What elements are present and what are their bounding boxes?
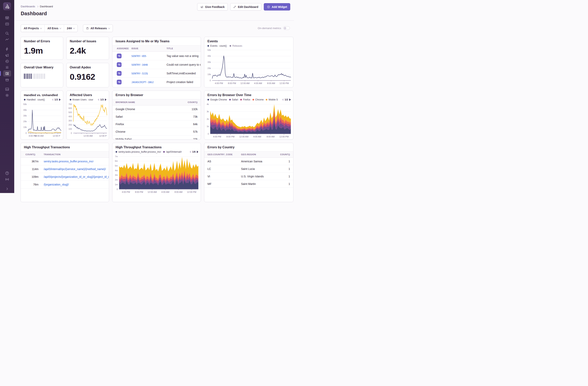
legend-item[interactable]: Releases bbox=[230, 45, 242, 47]
active-indicator bbox=[0, 71, 1, 76]
widget-errors-by-browser: Errors by Browser BROWSER.NAME COUNT() G… bbox=[112, 91, 201, 140]
svg-text:0: 0 bbox=[117, 188, 118, 190]
sentry-logo[interactable] bbox=[3, 2, 11, 10]
sidebar-item-feedback[interactable] bbox=[3, 52, 11, 58]
transaction-link[interactable]: /{organization_slug}/ bbox=[44, 183, 69, 186]
next-page-icon[interactable] bbox=[197, 151, 198, 153]
sidebar-item-settings[interactable] bbox=[3, 92, 11, 98]
issue-title: SoftTimeLimitExceeded bbox=[167, 72, 201, 75]
svg-text:12:00 AM: 12:00 AM bbox=[239, 136, 248, 138]
sidebar-item-help[interactable] bbox=[3, 170, 11, 176]
legend-item[interactable]: Events : count() bbox=[208, 45, 227, 47]
chevron-down-icon bbox=[73, 27, 75, 29]
legend-item[interactable]: Handled : count() bbox=[24, 98, 45, 101]
legend-item[interactable]: Google Chrome bbox=[208, 98, 227, 101]
chevron-right-icon bbox=[5, 187, 9, 191]
legend-item[interactable]: /api/0/internal/r bbox=[163, 151, 182, 153]
legend-item[interactable]: Chrome bbox=[252, 98, 264, 101]
avatar[interactable]: TE bbox=[117, 71, 122, 76]
legend-item[interactable]: Firefox bbox=[240, 98, 250, 101]
page-header: Dashboards Dashboard Dashboard Give Feed… bbox=[14, 0, 294, 21]
next-page-icon[interactable] bbox=[59, 98, 61, 101]
widget-title: Errors by Browser bbox=[112, 91, 201, 97]
sidebar-item-performance[interactable] bbox=[3, 36, 11, 43]
issue-title: Project creation failed bbox=[167, 80, 201, 84]
next-page-icon[interactable] bbox=[289, 98, 291, 101]
svg-text:3m: 3m bbox=[115, 174, 118, 176]
svg-text:700: 700 bbox=[68, 103, 72, 105]
sidebar-item-stats[interactable] bbox=[3, 86, 11, 92]
issue-link[interactable]: SENTRY-16H8 bbox=[131, 63, 148, 66]
next-page-icon[interactable] bbox=[105, 98, 106, 101]
legend-dot bbox=[208, 99, 209, 100]
prev-page-icon[interactable] bbox=[98, 98, 99, 101]
svg-text:8:00 PM: 8:00 PM bbox=[228, 82, 236, 84]
svg-text:0: 0 bbox=[210, 79, 211, 82]
svg-text:50k: 50k bbox=[208, 49, 211, 51]
svg-text:8:00 AM: 8:00 AM bbox=[267, 136, 274, 138]
sidebar-item-dashboards[interactable] bbox=[3, 70, 11, 76]
prev-page-icon[interactable] bbox=[52, 98, 53, 101]
misery-bar bbox=[32, 73, 33, 79]
issue-link[interactable]: SENTRY-VD5 bbox=[131, 55, 146, 58]
svg-text:1k: 1k bbox=[207, 125, 209, 128]
add-widget-button[interactable]: Add Widget bbox=[264, 3, 290, 10]
svg-text:7m: 7m bbox=[115, 155, 118, 158]
releases-filter[interactable]: All Releases bbox=[83, 24, 113, 32]
avatar[interactable]: TE bbox=[117, 80, 122, 84]
sidebar-collapse[interactable] bbox=[3, 186, 11, 192]
svg-text:4k: 4k bbox=[207, 103, 209, 105]
svg-text:2k: 2k bbox=[207, 118, 209, 120]
edit-dashboard-button[interactable]: Edit Dashboard bbox=[230, 3, 261, 10]
transaction-link[interactable]: sentry.tasks.process_buffer.process_incr bbox=[44, 160, 93, 163]
avatar[interactable]: TE bbox=[117, 54, 122, 58]
sidebar-item-alerts[interactable] bbox=[3, 64, 11, 70]
legend-dot bbox=[252, 99, 254, 100]
sidebar-item-issues[interactable] bbox=[3, 15, 11, 21]
give-feedback-button[interactable]: Give Feedback bbox=[197, 3, 228, 10]
legend-item[interactable]: Mobile S bbox=[266, 98, 278, 101]
table-row: 114m /api/0/internal/rpc/{service_name}/… bbox=[21, 165, 109, 173]
prev-page-icon[interactable] bbox=[282, 98, 284, 101]
table-row: Mobile Safari 22k bbox=[112, 136, 201, 140]
legend-item[interactable]: Known Users : cour bbox=[70, 98, 93, 101]
misery-bar bbox=[26, 73, 27, 79]
high-throughput-chart: 01m2m3m4m5m6m7m4:00 PM8:00 PM12:00 AM4:0… bbox=[114, 155, 200, 193]
issue-title: Could not convert query to source bbox=[167, 63, 201, 66]
chevron-down-icon bbox=[108, 27, 110, 29]
avatar[interactable]: TE bbox=[117, 62, 122, 67]
sidebar-item-stories[interactable] bbox=[3, 76, 11, 83]
table-row: Safari 73k bbox=[112, 113, 201, 120]
transaction-link[interactable]: /api/0/internal/rpc/{service_name}/{meth… bbox=[44, 167, 106, 171]
svg-text:30k: 30k bbox=[208, 61, 211, 63]
on-demand-toggle[interactable] bbox=[283, 26, 290, 30]
environment-filter[interactable]: All Envs bbox=[44, 25, 64, 32]
issues-count-value: 2.4k bbox=[67, 43, 109, 56]
sidebar-item-releases[interactable] bbox=[3, 58, 11, 64]
transaction-link[interactable]: /api/0/projects/{organization_id_or_slug… bbox=[44, 175, 109, 178]
breadcrumb-dashboards[interactable]: Dashboards bbox=[21, 5, 35, 8]
widget-title: Events bbox=[204, 37, 293, 43]
legend-item[interactable]: sentry.tasks.process_buffer.process_incr bbox=[116, 151, 161, 153]
issue-link[interactable]: SENTRY-32ZQ bbox=[131, 72, 148, 75]
svg-text:300: 300 bbox=[68, 119, 72, 122]
legend-item[interactable]: Safari bbox=[229, 98, 238, 101]
performance-icon bbox=[5, 37, 9, 42]
widget-title: Overall User Misery bbox=[21, 63, 63, 69]
sidebar-item-search[interactable] bbox=[3, 30, 11, 36]
svg-text:0: 0 bbox=[71, 132, 72, 134]
issue-link[interactable]: JAVASCRIPT-1BG2 bbox=[131, 81, 154, 84]
on-demand-metrics: On-demand metrics bbox=[258, 26, 290, 30]
sidebar-item-replays[interactable] bbox=[3, 46, 11, 52]
on-demand-label: On-demand metrics bbox=[258, 27, 281, 30]
svg-text:40k: 40k bbox=[208, 55, 211, 57]
sidebar-item-projects[interactable] bbox=[3, 21, 11, 27]
date-range-filter[interactable]: 24H bbox=[64, 25, 77, 32]
breadcrumb: Dashboards Dashboard bbox=[21, 5, 53, 8]
project-filter[interactable]: All Projects bbox=[21, 25, 44, 32]
prev-page-icon[interactable] bbox=[189, 151, 191, 153]
widget-title: Number of Errors bbox=[21, 37, 63, 43]
sidebar-item-whats-new[interactable] bbox=[3, 176, 11, 182]
widget-issues-assigned: Issues Assigned to Me or My Teams ASSIGN… bbox=[112, 37, 201, 87]
widget-title: Affected Users bbox=[67, 91, 109, 97]
